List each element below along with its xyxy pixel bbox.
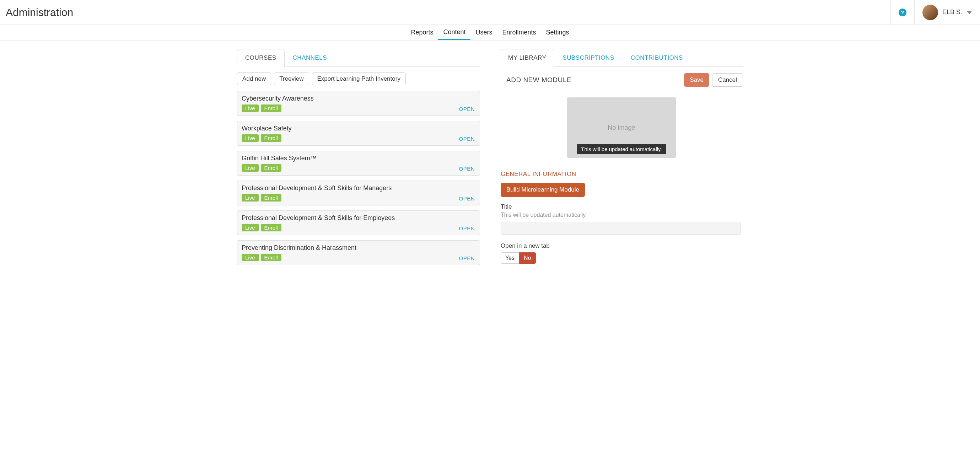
title-label: Title bbox=[501, 203, 741, 210]
user-menu[interactable]: ELB S. bbox=[914, 0, 980, 24]
help-icon[interactable]: ? bbox=[899, 8, 907, 16]
status-badge: Live bbox=[242, 134, 259, 142]
nav-content[interactable]: Content bbox=[438, 25, 471, 40]
avatar bbox=[923, 5, 938, 20]
badge-row: LiveEnroll bbox=[242, 224, 476, 231]
open-link[interactable]: OPEN bbox=[459, 166, 475, 172]
add-new-button[interactable]: Add new bbox=[237, 72, 271, 85]
course-title: Preventing Discrimination & Harassment bbox=[242, 244, 476, 252]
chevron-down-icon bbox=[967, 11, 972, 14]
course-card[interactable]: Professional Development & Soft Skills f… bbox=[237, 210, 480, 235]
tab-channels[interactable]: CHANNELS bbox=[285, 49, 336, 67]
toggle-no[interactable]: No bbox=[519, 252, 536, 264]
right-column: MY LIBRARY SUBSCRIPTIONS CONTRIBUTIONS A… bbox=[500, 49, 743, 270]
right-subtabs: MY LIBRARY SUBSCRIPTIONS CONTRIBUTIONS bbox=[500, 49, 743, 67]
cancel-button[interactable]: Cancel bbox=[712, 73, 743, 87]
top-bar: Administration ? ELB S. bbox=[0, 0, 980, 25]
left-column: COURSES CHANNELS Add new Treeview Export… bbox=[237, 49, 480, 270]
top-bar-right: ? ELB S. bbox=[891, 0, 980, 24]
course-card[interactable]: Griffin Hill Sales System™LiveEnrollOPEN bbox=[237, 151, 480, 175]
status-badge: Enroll bbox=[261, 134, 282, 142]
open-link[interactable]: OPEN bbox=[459, 136, 475, 142]
treeview-button[interactable]: Treeview bbox=[274, 72, 309, 85]
open-new-tab-toggle: Yes No bbox=[501, 252, 741, 264]
title-input[interactable] bbox=[501, 222, 741, 234]
status-badge: Enroll bbox=[261, 105, 282, 112]
nav-reports[interactable]: Reports bbox=[406, 25, 438, 40]
tab-my-library[interactable]: MY LIBRARY bbox=[500, 49, 554, 67]
section-general-info: GENERAL INFORMATION bbox=[501, 171, 741, 178]
user-name-label: ELB S. bbox=[942, 8, 962, 16]
course-title: Workplace Safety bbox=[242, 125, 476, 132]
status-badge: Live bbox=[242, 194, 259, 201]
panel-buttons: Save Cancel bbox=[684, 73, 743, 87]
panel-title: ADD NEW MODULE bbox=[500, 76, 571, 84]
course-title: Professional Development & Soft Skills f… bbox=[242, 214, 476, 222]
open-link[interactable]: OPEN bbox=[459, 106, 475, 112]
course-card[interactable]: Workplace SafetyLiveEnrollOPEN bbox=[237, 121, 480, 146]
status-badge: Live bbox=[242, 164, 259, 172]
course-list: Cybersecurity AwarenessLiveEnrollOPENWor… bbox=[237, 91, 480, 265]
status-badge: Enroll bbox=[261, 224, 282, 231]
tab-contributions[interactable]: CONTRIBUTIONS bbox=[622, 49, 691, 67]
course-title: Cybersecurity Awareness bbox=[242, 95, 476, 102]
image-auto-note: This will be updated automatically. bbox=[577, 144, 666, 154]
nav-users[interactable]: Users bbox=[471, 25, 497, 40]
module-form: GENERAL INFORMATION Build Microlearning … bbox=[500, 171, 743, 264]
module-image-placeholder[interactable]: No image This will be updated automatica… bbox=[567, 97, 676, 158]
nav-settings[interactable]: Settings bbox=[541, 25, 574, 40]
left-subtabs: COURSES CHANNELS bbox=[237, 49, 480, 67]
status-badge: Live bbox=[242, 105, 259, 112]
status-badge: Enroll bbox=[261, 164, 282, 172]
status-badge: Live bbox=[242, 254, 259, 261]
title-sublabel: This will be updated automatically. bbox=[501, 212, 741, 218]
badge-row: LiveEnroll bbox=[242, 134, 476, 142]
nav-enrollments[interactable]: Enrollments bbox=[498, 25, 541, 40]
badge-row: LiveEnroll bbox=[242, 105, 476, 112]
course-card[interactable]: Preventing Discrimination & HarassmentLi… bbox=[237, 240, 480, 265]
page-title: Administration bbox=[0, 6, 73, 19]
badge-row: LiveEnroll bbox=[242, 194, 476, 201]
tab-subscriptions[interactable]: SUBSCRIPTIONS bbox=[554, 49, 622, 67]
course-title: Professional Development & Soft Skills f… bbox=[242, 185, 476, 192]
export-lpi-button[interactable]: Export Learning Path Inventory bbox=[312, 72, 406, 85]
open-link[interactable]: OPEN bbox=[459, 225, 475, 231]
course-title: Griffin Hill Sales System™ bbox=[242, 155, 476, 162]
toggle-yes[interactable]: Yes bbox=[501, 252, 519, 264]
badge-row: LiveEnroll bbox=[242, 164, 476, 172]
help-cell: ? bbox=[891, 0, 914, 24]
status-badge: Enroll bbox=[261, 254, 282, 261]
panel-header: ADD NEW MODULE Save Cancel bbox=[500, 73, 743, 87]
status-badge: Live bbox=[242, 224, 259, 231]
left-toolbar: Add new Treeview Export Learning Path In… bbox=[237, 72, 480, 85]
course-card[interactable]: Cybersecurity AwarenessLiveEnrollOPEN bbox=[237, 91, 480, 116]
open-link[interactable]: OPEN bbox=[459, 255, 475, 261]
badge-row: LiveEnroll bbox=[242, 254, 476, 261]
main-nav: Reports Content Users Enrollments Settin… bbox=[0, 25, 980, 40]
build-microlearning-button[interactable]: Build Microlearning Module bbox=[501, 183, 585, 197]
course-card[interactable]: Professional Development & Soft Skills f… bbox=[237, 180, 480, 206]
open-new-tab-label: Open in a new tab bbox=[501, 242, 741, 249]
open-link[interactable]: OPEN bbox=[459, 196, 475, 201]
status-badge: Enroll bbox=[261, 194, 282, 201]
save-button[interactable]: Save bbox=[684, 73, 709, 87]
tab-courses[interactable]: COURSES bbox=[237, 49, 285, 67]
no-image-label: No image bbox=[608, 124, 635, 131]
content-area: COURSES CHANNELS Add new Treeview Export… bbox=[0, 40, 980, 270]
